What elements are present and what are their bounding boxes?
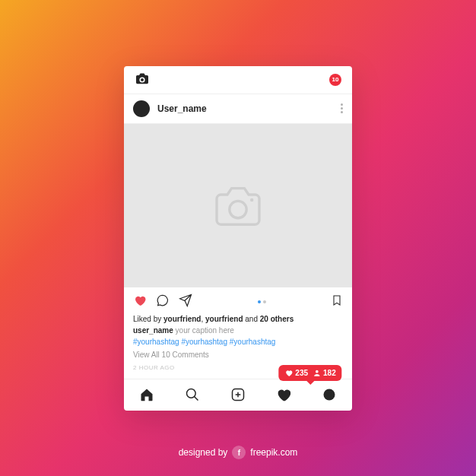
top-bar: 10	[124, 66, 352, 94]
hashtag[interactable]: #yourhashtag	[133, 338, 179, 346]
share-icon[interactable]	[179, 294, 192, 310]
hashtag[interactable]: #yourhashtag	[230, 338, 276, 346]
carousel-dots	[202, 300, 322, 303]
liked-by-others[interactable]: 20 others	[260, 315, 294, 323]
hashtag[interactable]: #yourhashtag	[181, 338, 227, 346]
svg-point-1	[250, 198, 253, 202]
more-options-icon[interactable]	[341, 103, 343, 113]
post-username[interactable]: User_name	[157, 103, 333, 114]
svg-line-3	[195, 397, 198, 401]
search-tab-icon[interactable]	[184, 386, 201, 403]
dot-active	[258, 300, 261, 303]
tab-bar: 235 182	[124, 379, 352, 411]
dot-inactive	[263, 300, 266, 303]
like-icon[interactable]	[133, 294, 147, 310]
post-image-placeholder[interactable]	[124, 124, 352, 287]
footer-brand[interactable]: freepik.com	[250, 447, 297, 458]
activity-popup: 235 182	[278, 365, 341, 381]
liked-by-friend[interactable]: yourfriend	[205, 315, 243, 323]
camera-placeholder-icon	[211, 184, 265, 227]
home-tab-icon[interactable]	[138, 386, 155, 403]
caption-username[interactable]: user_name	[133, 326, 173, 335]
view-all-comments[interactable]: View All 10 Comments	[133, 349, 343, 360]
svg-point-7	[316, 370, 319, 373]
post-header: User_name	[124, 94, 352, 124]
instagram-post-card: 10 User_name Liked by yo	[124, 66, 352, 411]
attribution-footer: designed by f freepik.com	[0, 446, 476, 459]
hashtag-line: #yourhashtag #yourhashtag #yourhashtag	[133, 336, 343, 347]
comment-icon[interactable]	[156, 294, 170, 310]
avatar[interactable]	[133, 100, 150, 117]
heart-icon	[284, 369, 293, 377]
notification-badge[interactable]: 10	[329, 74, 341, 86]
freepik-logo-icon: f	[232, 446, 246, 459]
svg-point-8	[324, 389, 335, 401]
activity-likes-count: 235	[295, 369, 308, 377]
add-post-tab-icon[interactable]	[230, 386, 246, 403]
svg-point-0	[230, 201, 246, 217]
footer-prefix: designed by	[179, 447, 228, 458]
activity-tab-icon[interactable]: 235 182	[275, 386, 292, 403]
profile-tab-icon[interactable]	[321, 386, 338, 403]
likes-text: Liked by yourfriend, yourfriend and 20 o…	[133, 313, 343, 325]
bookmark-icon[interactable]	[331, 294, 343, 310]
svg-point-2	[187, 389, 196, 398]
action-bar	[124, 287, 352, 313]
activity-followers-count: 182	[323, 369, 336, 377]
follower-icon	[313, 369, 321, 377]
camera-icon[interactable]	[135, 72, 150, 87]
caption-line: user_name your caption here	[133, 325, 343, 336]
liked-by-friend[interactable]: yourfriend	[163, 315, 201, 323]
caption-text: your caption here	[173, 326, 234, 335]
